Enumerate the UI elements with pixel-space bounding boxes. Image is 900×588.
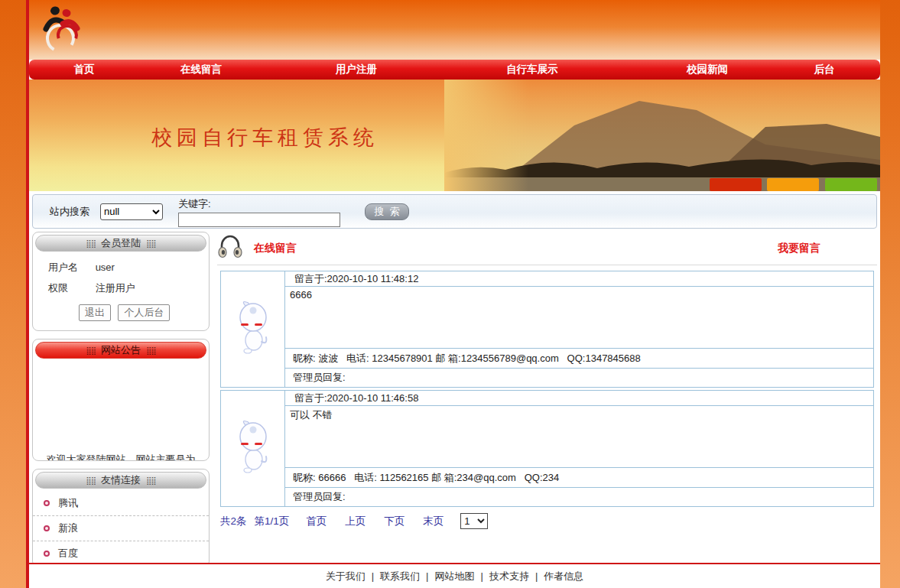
last-page-link[interactable]: 末页 <box>423 515 444 528</box>
search-category-select[interactable]: null <box>100 203 163 220</box>
message-info: 昵称: 66666 电话: 112562165 邮 箱:234@qq.com Q… <box>285 468 873 488</box>
page-title: 在线留言 <box>254 242 297 255</box>
message-info: 昵称: 波波 电话: 12345678901 邮 箱:1234556789@qq… <box>285 349 873 369</box>
dots-ornament-icon: ⣿⣿ <box>86 346 96 355</box>
first-page-link[interactable]: 首页 <box>306 515 327 528</box>
footer-link-sitemap[interactable]: 网站地图 <box>435 570 475 583</box>
login-buttons-row: 退出 个人后台 <box>79 304 209 321</box>
message-board-header: 在线留言 我要留言 <box>217 232 877 265</box>
next-page-link[interactable]: 下页 <box>384 515 405 528</box>
message-date: 留言于:2020-10-10 11:46:58 <box>285 391 873 406</box>
footer-link-contact[interactable]: 联系我们 <box>380 570 420 583</box>
dots-ornament-icon: ⣿⣿ <box>86 239 96 248</box>
keyword-input[interactable] <box>178 213 340 227</box>
banner-red-block <box>710 178 762 191</box>
red-circle-bullet-icon <box>44 525 50 531</box>
avatar-cell <box>221 391 285 506</box>
friendly-links-box: ⣿⣿ 友情连接 ⣿⣿ 腾讯 新浪 百度 <box>32 469 210 563</box>
red-circle-bullet-icon <box>44 551 50 557</box>
main-navigation: 首页 在线留言 用户注册 自行车展示 校园新闻 后台 <box>29 60 880 80</box>
message-content: 6666 <box>285 287 873 349</box>
link-item-tencent[interactable]: 腾讯 <box>33 491 209 516</box>
site-logo-icon <box>40 3 84 60</box>
member-login-header: ⣿⣿ 会员登陆 ⣿⣿ <box>35 235 206 252</box>
message-content: 可以 不错 <box>285 406 873 468</box>
friendly-links-title: 友情连接 <box>101 473 141 487</box>
headphones-icon <box>217 233 243 264</box>
keyword-group: 关键字: <box>178 197 340 227</box>
site-search-bar: 站内搜索 null 关键字: 搜 索 <box>32 194 877 229</box>
dots-ornament-icon: ⣿⣿ <box>146 239 156 248</box>
nav-item-news[interactable]: 校园新闻 <box>687 60 728 80</box>
logout-button[interactable]: 退出 <box>79 304 111 321</box>
footer-link-author[interactable]: 作者信息 <box>544 570 583 583</box>
site-title: 校园自行车租赁系统 <box>151 124 379 151</box>
message-row: 留言于:2020-10-10 11:46:58 可以 不错 昵称: 66666 … <box>220 390 874 507</box>
nav-item-messages[interactable]: 在线留言 <box>180 60 222 80</box>
link-label: 新浪 <box>58 521 78 535</box>
mountain-scene-image <box>444 80 880 191</box>
username-label: 用户名 <box>48 261 93 275</box>
content-row: ⣿⣿ 会员登陆 ⣿⣿ 用户名 user 权限 注册用户 退出 个人后台 <box>29 229 880 563</box>
footer: 关于我们 | 联系我们 | 网站地图 | 技术支持 | 作者信息 <box>29 563 880 588</box>
friendly-links-header: ⣿⣿ 友情连接 ⣿⣿ <box>35 472 206 489</box>
message-row: 留言于:2020-10-10 11:48:12 6666 昵称: 波波 电话: … <box>220 271 874 388</box>
dots-ornament-icon: ⣿⣿ <box>146 476 156 485</box>
pagination: 共2条 第1/1页 首页 上页 下页 末页 1 <box>220 513 877 529</box>
nav-item-home[interactable]: 首页 <box>74 60 95 80</box>
notice-body: 欢迎大家登陆网站，网站主要是为 <box>33 361 209 460</box>
site-notice-box: ⣿⣿ 网站公告 ⣿⣿ 欢迎大家登陆网站，网站主要是为 <box>32 339 210 461</box>
nav-item-admin[interactable]: 后台 <box>814 60 835 80</box>
admin-reply: 管理员回复: <box>285 488 873 506</box>
keyword-label: 关键字: <box>178 197 340 211</box>
page-wrapper: 首页 在线留言 用户注册 自行车展示 校园新闻 后台 <box>26 0 880 588</box>
message-board: 在线留言 我要留言 <box>217 232 877 563</box>
page-select[interactable]: 1 <box>460 513 488 529</box>
message-date: 留言于:2020-10-10 11:48:12 <box>285 271 873 287</box>
banner-green-block <box>825 178 877 191</box>
nav-item-bikes[interactable]: 自行车展示 <box>506 60 558 80</box>
notice-marquee-text: 欢迎大家登陆网站，网站主要是为 <box>33 453 209 460</box>
top-header <box>29 0 880 60</box>
footer-separator: | <box>372 570 374 582</box>
dots-ornament-icon: ⣿⣿ <box>86 476 96 485</box>
link-label: 百度 <box>58 547 78 560</box>
role-row: 权限 注册用户 <box>33 275 209 295</box>
footer-separator: | <box>535 570 538 582</box>
site-notice-header: ⣿⣿ 网站公告 ⣿⣿ <box>35 342 206 359</box>
dots-ornament-icon: ⣿⣿ <box>146 346 156 355</box>
username-value: user <box>96 262 115 273</box>
site-notice-title: 网站公告 <box>101 343 141 357</box>
qq-cartoon-avatar-icon <box>236 420 271 478</box>
qq-cartoon-avatar-icon <box>236 300 271 359</box>
avatar-cell <box>221 271 285 387</box>
red-circle-bullet-icon <box>44 500 50 506</box>
prev-page-link[interactable]: 上页 <box>345 515 366 528</box>
link-item-sina[interactable]: 新浪 <box>33 516 209 541</box>
role-value: 注册用户 <box>96 282 135 294</box>
role-label: 权限 <box>48 281 93 295</box>
username-row: 用户名 user <box>33 254 209 275</box>
footer-link-support[interactable]: 技术支持 <box>489 570 529 583</box>
banner: 校园自行车租赁系统 <box>29 80 880 191</box>
footer-separator: | <box>426 570 428 582</box>
personal-admin-button[interactable]: 个人后台 <box>118 304 170 321</box>
member-login-title: 会员登陆 <box>101 236 141 250</box>
member-login-box: ⣿⣿ 会员登陆 ⣿⣿ 用户名 user 权限 注册用户 退出 个人后台 <box>32 232 210 331</box>
footer-separator: | <box>481 570 483 582</box>
page-indicator: 第1/1页 <box>255 515 290 528</box>
nav-item-register[interactable]: 用户注册 <box>336 60 377 80</box>
total-count: 共2条 <box>220 515 247 528</box>
search-button[interactable]: 搜 索 <box>365 203 409 220</box>
link-label: 腾讯 <box>58 496 78 510</box>
sidebar: ⣿⣿ 会员登陆 ⣿⣿ 用户名 user 权限 注册用户 退出 个人后台 <box>32 232 210 563</box>
link-item-baidu[interactable]: 百度 <box>33 541 209 563</box>
post-message-link[interactable]: 我要留言 <box>778 242 820 255</box>
banner-orange-block <box>767 178 819 191</box>
footer-link-about[interactable]: 关于我们 <box>326 570 366 583</box>
admin-reply: 管理员回复: <box>285 369 873 387</box>
search-scope-label: 站内搜索 <box>50 205 89 219</box>
